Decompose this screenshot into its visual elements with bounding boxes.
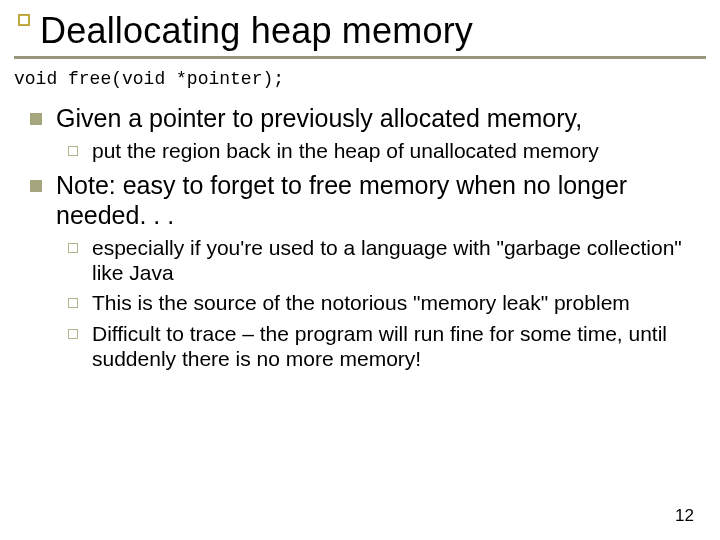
list-subitem: Difficult to trace – the program will ru… <box>68 322 696 372</box>
hollow-square-bullet-icon <box>68 298 78 308</box>
list-subitem: especially if you're used to a language … <box>68 236 696 286</box>
content-area: Given a pointer to previously allocated … <box>0 103 720 372</box>
list-subitem-text: especially if you're used to a language … <box>92 236 696 286</box>
page-number: 12 <box>675 506 694 526</box>
list-subitem-text: put the region back in the heap of unall… <box>92 139 599 164</box>
list-item: Note: easy to forget to free memory when… <box>30 170 696 230</box>
title-accent-box <box>18 14 30 26</box>
list-subitem-text: This is the source of the notorious "mem… <box>92 291 630 316</box>
square-bullet-icon <box>30 113 42 125</box>
list-item-text: Given a pointer to previously allocated … <box>56 103 582 133</box>
list-subitem-text: Difficult to trace – the program will ru… <box>92 322 696 372</box>
list-subitem: This is the source of the notorious "mem… <box>68 291 696 316</box>
hollow-square-bullet-icon <box>68 146 78 156</box>
hollow-square-bullet-icon <box>68 329 78 339</box>
list-item: Given a pointer to previously allocated … <box>30 103 696 133</box>
slide-title: Deallocating heap memory <box>18 10 720 52</box>
list-item-text: Note: easy to forget to free memory when… <box>56 170 696 230</box>
square-bullet-icon <box>30 180 42 192</box>
list-subitem: put the region back in the heap of unall… <box>68 139 696 164</box>
code-snippet: void free(void *pointer); <box>0 59 720 99</box>
hollow-square-bullet-icon <box>68 243 78 253</box>
title-block: Deallocating heap memory <box>0 0 720 52</box>
